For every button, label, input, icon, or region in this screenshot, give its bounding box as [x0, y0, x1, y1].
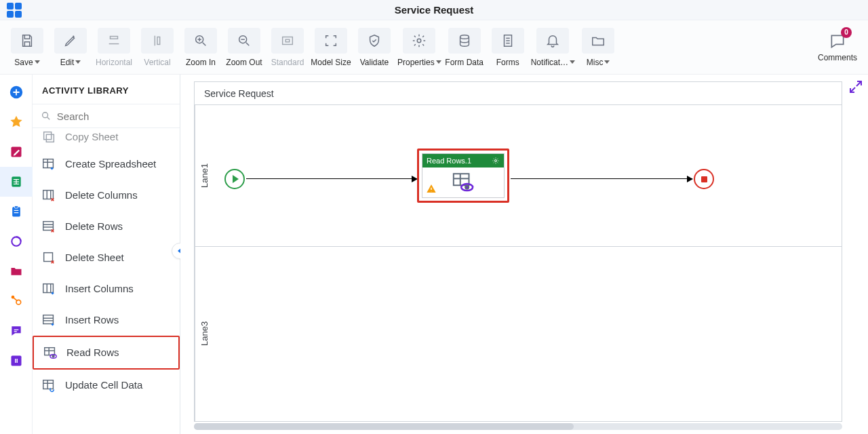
svg-rect-22 — [12, 207, 20, 216]
horizontal-button[interactable]: Horizontal — [94, 23, 134, 72]
forms-icon — [500, 33, 515, 48]
folder-icon — [591, 33, 606, 48]
form-data-icon — [457, 33, 472, 48]
svg-rect-11 — [283, 37, 293, 44]
svg-rect-42 — [44, 253, 53, 262]
model-size-button[interactable]: Model Size — [311, 23, 351, 72]
canvas-area: Service Request Lane1 Lane3 Read Rows.1 — [180, 75, 868, 434]
activity-item-delete-rows[interactable]: Delete Rows — [33, 211, 180, 242]
horizontal-scrollbar[interactable] — [194, 423, 842, 430]
edit-button[interactable]: Edit — [50, 23, 91, 72]
search-input[interactable] — [57, 111, 172, 122]
activity-item-label: Copy Sheet — [65, 131, 118, 143]
svg-rect-49 — [45, 348, 55, 355]
rail-clipboard[interactable] — [0, 197, 33, 226]
activity-item-delete-sheet[interactable]: Delete Sheet — [33, 242, 180, 273]
search-box[interactable] — [33, 104, 180, 128]
standard-icon — [280, 33, 295, 48]
activity-list: Copy Sheet Create Spreadsheet Delete Col… — [33, 128, 180, 434]
svg-point-62 — [465, 186, 469, 189]
svg-text:II: II — [14, 357, 18, 364]
task-node-read-rows[interactable]: Read Rows.1 — [417, 149, 509, 203]
activity-library-panel: ACTIVITY LIBRARY Copy Sheet Create Sprea… — [33, 75, 180, 434]
svg-rect-32 — [46, 134, 54, 142]
form-data-button[interactable]: Form Data — [444, 23, 485, 72]
activity-item-label: Insert Rows — [65, 314, 119, 326]
svg-point-29 — [43, 113, 48, 118]
warning-icon — [426, 183, 437, 194]
sheet-delete-icon — [41, 250, 57, 265]
search-icon — [41, 110, 52, 122]
scrollbar-thumb[interactable] — [194, 423, 574, 430]
svg-point-57 — [495, 160, 497, 162]
horizontal-icon — [106, 33, 121, 48]
rail-add[interactable] — [0, 77, 33, 107]
edit-icon — [63, 33, 78, 48]
activity-item-insert-columns[interactable]: Insert Columns — [33, 273, 180, 304]
save-button[interactable]: Save — [7, 23, 47, 72]
chevron-down-icon — [570, 60, 575, 64]
activity-item-label: Delete Columns — [65, 189, 138, 201]
zoom-out-button[interactable]: Zoom Out — [224, 23, 264, 72]
edge-task-to-end — [511, 178, 692, 179]
activity-item-copy-sheet[interactable]: Copy Sheet — [33, 128, 180, 149]
rail-favorites[interactable] — [0, 107, 33, 137]
zoom-in-icon — [193, 33, 208, 48]
app-grid-icon[interactable] — [7, 3, 22, 18]
rail-folder[interactable] — [0, 256, 33, 286]
activity-item-insert-rows[interactable]: Insert Rows — [33, 304, 180, 336]
sheet-copy-icon — [41, 130, 57, 144]
notifications-button[interactable]: Notificat… — [531, 23, 575, 72]
chevron-down-icon — [436, 60, 441, 64]
read-rows-icon — [450, 171, 477, 194]
rail-analytics[interactable] — [0, 226, 33, 256]
process-title: Service Request — [195, 82, 842, 105]
svg-point-26 — [12, 296, 14, 298]
validate-icon — [367, 33, 382, 48]
vertical-icon — [150, 33, 165, 48]
table-plus-icon — [41, 157, 57, 172]
svg-line-5 — [203, 42, 206, 45]
activity-item-delete-columns[interactable]: Delete Columns — [33, 180, 180, 211]
svg-rect-0 — [111, 36, 118, 39]
forms-button[interactable]: Forms — [488, 23, 528, 72]
rail-chat[interactable] — [0, 316, 33, 346]
activity-item-label: Delete Rows — [65, 220, 123, 233]
misc-button[interactable]: Misc — [578, 23, 618, 72]
process-canvas[interactable]: Service Request Lane1 Lane3 Read Rows.1 — [194, 81, 842, 422]
activity-item-create-spreadsheet[interactable]: Create Spreadsheet — [33, 149, 180, 180]
svg-point-25 — [16, 300, 21, 304]
panel-title: ACTIVITY LIBRARY — [33, 75, 180, 104]
toolbar: Save Edit Horizontal Vertical Zoom In Zo… — [0, 20, 868, 75]
vertical-button[interactable]: Vertical — [137, 23, 178, 72]
update-cell-icon — [41, 378, 57, 393]
activity-item-update-cell-data[interactable]: Update Cell Data — [33, 370, 180, 401]
rail-edit[interactable] — [0, 137, 33, 167]
activity-item-label: Insert Columns — [65, 283, 134, 295]
svg-rect-23 — [14, 206, 18, 208]
gear-icon[interactable] — [492, 157, 500, 165]
zoom-in-button[interactable]: Zoom In — [180, 23, 221, 72]
standard-button[interactable]: Standard — [267, 23, 308, 72]
chevron-down-icon — [604, 60, 610, 64]
left-rail: II — [0, 75, 33, 434]
svg-rect-33 — [43, 159, 54, 168]
activity-item-label: Delete Sheet — [65, 252, 124, 264]
properties-button[interactable]: Properties — [397, 23, 441, 72]
rail-spreadsheet[interactable] — [0, 167, 33, 197]
end-node[interactable] — [694, 169, 714, 189]
rail-templates[interactable]: II — [0, 346, 33, 376]
read-rows-icon — [42, 345, 58, 360]
zoom-out-icon — [237, 33, 252, 48]
row-delete-icon — [41, 219, 57, 234]
chevron-down-icon — [35, 60, 40, 64]
validate-button[interactable]: Validate — [354, 23, 395, 72]
activity-item-read-rows[interactable]: Read Rows — [33, 336, 180, 370]
expand-canvas-button[interactable] — [848, 79, 864, 95]
row-insert-icon — [41, 313, 57, 328]
comments-button[interactable]: 0 Comments — [814, 23, 861, 72]
rail-hubspot[interactable] — [0, 286, 33, 316]
edge-start-to-task — [246, 178, 417, 179]
lane-label-1: Lane1 — [195, 105, 214, 246]
start-node[interactable] — [224, 169, 245, 189]
